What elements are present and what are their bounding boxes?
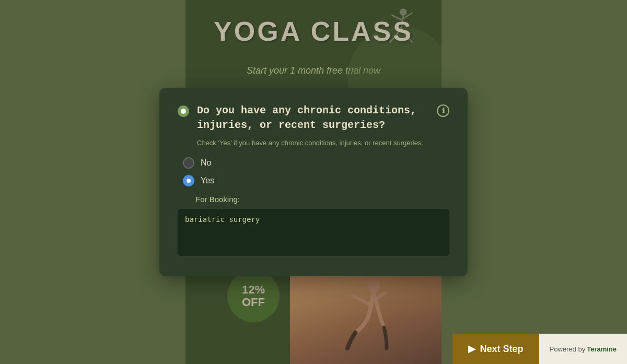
powered-by: Powered by Teramine xyxy=(539,334,628,364)
background: YOGA CLASS Start your 1 month free trial… xyxy=(0,0,627,364)
radio-option-yes[interactable]: Yes xyxy=(183,175,449,186)
modal-question: Do you have any chronic conditions, inju… xyxy=(197,103,429,133)
next-step-button[interactable]: ▶ Next Step xyxy=(452,334,539,364)
modal: Do you have any chronic conditions, inju… xyxy=(159,88,468,276)
modal-overlay: Do you have any chronic conditions, inju… xyxy=(0,0,627,364)
footer-bar: ▶ Next Step Powered by Teramine xyxy=(0,334,627,364)
radio-options-group: No Yes xyxy=(183,157,449,186)
next-step-arrow: ▶ xyxy=(468,343,475,355)
powered-by-brand: Teramine xyxy=(587,345,617,353)
radio-label-no: No xyxy=(201,158,211,168)
radio-option-no[interactable]: No xyxy=(183,157,449,169)
modal-radio-inner xyxy=(181,109,186,114)
powered-by-text: Powered by xyxy=(550,345,586,353)
booking-textarea[interactable]: bariatric surgery xyxy=(178,209,449,256)
booking-label: For Booking: xyxy=(195,195,449,204)
modal-radio-indicator xyxy=(178,105,189,117)
modal-description: Check 'Yes' if you have any chronic cond… xyxy=(197,139,449,147)
radio-btn-yes[interactable] xyxy=(183,175,194,186)
radio-btn-no[interactable] xyxy=(183,157,194,169)
radio-dot-yes xyxy=(187,179,191,183)
radio-label-yes: Yes xyxy=(201,176,214,185)
next-step-label: Next Step xyxy=(480,344,523,355)
modal-header: Do you have any chronic conditions, inju… xyxy=(178,103,449,133)
info-icon[interactable]: ℹ xyxy=(437,104,449,117)
